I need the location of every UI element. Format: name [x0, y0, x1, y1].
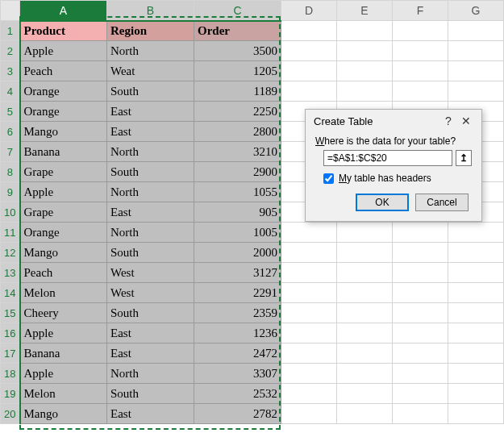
cancel-button[interactable]: Cancel	[415, 194, 469, 211]
data-cell[interactable]: 3210	[194, 142, 281, 162]
data-cell[interactable]: North	[107, 364, 194, 384]
data-cell[interactable]: 1005	[194, 223, 281, 243]
empty-cell[interactable]	[337, 243, 393, 263]
empty-cell[interactable]	[448, 21, 504, 41]
data-cell[interactable]: Orange	[20, 81, 107, 102]
empty-cell[interactable]	[337, 21, 393, 41]
col-header-C[interactable]: C	[194, 1, 281, 21]
empty-cell[interactable]	[281, 263, 337, 283]
row-header[interactable]: 10	[1, 202, 20, 223]
empty-cell[interactable]	[393, 323, 448, 343]
data-cell[interactable]: 2900	[194, 162, 281, 182]
data-cell[interactable]: South	[107, 81, 194, 102]
data-cell[interactable]: West	[107, 283, 194, 303]
data-cell[interactable]: 1205	[194, 61, 281, 81]
empty-cell[interactable]	[337, 283, 393, 303]
data-cell[interactable]: North	[107, 223, 194, 243]
header-cell[interactable]: Order	[194, 21, 281, 41]
data-cell[interactable]: Apple	[20, 323, 107, 343]
data-cell[interactable]: Grape	[20, 162, 107, 182]
empty-cell[interactable]	[448, 223, 504, 243]
empty-cell[interactable]	[337, 364, 393, 384]
empty-cell[interactable]	[281, 283, 337, 303]
data-cell[interactable]: East	[107, 122, 194, 142]
data-cell[interactable]: Peach	[20, 263, 107, 283]
data-cell[interactable]: North	[107, 142, 194, 162]
row-header[interactable]: 6	[1, 122, 20, 142]
empty-cell[interactable]	[393, 81, 448, 102]
row-header[interactable]: 16	[1, 323, 20, 343]
row-header[interactable]: 4	[1, 81, 20, 102]
row-header[interactable]: 20	[1, 404, 20, 424]
empty-cell[interactable]	[393, 343, 448, 364]
headers-checkbox-row[interactable]: My table has headers	[323, 173, 472, 184]
select-all-corner[interactable]	[1, 1, 20, 21]
data-cell[interactable]: Banana	[20, 343, 107, 364]
empty-cell[interactable]	[281, 303, 337, 323]
data-cell[interactable]: 905	[194, 202, 281, 223]
empty-cell[interactable]	[281, 404, 337, 424]
row-header[interactable]: 15	[1, 303, 20, 323]
empty-cell[interactable]	[337, 404, 393, 424]
empty-cell[interactable]	[281, 81, 337, 102]
headers-checkbox[interactable]	[323, 173, 334, 184]
row-header[interactable]: 7	[1, 142, 20, 162]
dialog-titlebar[interactable]: Create Table ? ✕	[306, 110, 481, 131]
empty-cell[interactable]	[281, 364, 337, 384]
empty-cell[interactable]	[281, 41, 337, 61]
empty-cell[interactable]	[337, 384, 393, 404]
data-cell[interactable]: North	[107, 182, 194, 202]
col-header-G[interactable]: G	[448, 1, 504, 21]
data-cell[interactable]: South	[107, 384, 194, 404]
row-header[interactable]: 13	[1, 263, 20, 283]
data-cell[interactable]: East	[107, 102, 194, 122]
empty-cell[interactable]	[337, 223, 393, 243]
data-cell[interactable]: 2532	[194, 384, 281, 404]
data-cell[interactable]: 3500	[194, 41, 281, 61]
empty-cell[interactable]	[448, 41, 504, 61]
data-cell[interactable]: South	[107, 243, 194, 263]
empty-cell[interactable]	[393, 243, 448, 263]
row-header[interactable]: 18	[1, 364, 20, 384]
data-cell[interactable]: 3307	[194, 364, 281, 384]
row-header[interactable]: 14	[1, 283, 20, 303]
data-cell[interactable]: Weat	[107, 61, 194, 81]
empty-cell[interactable]	[393, 61, 448, 81]
empty-cell[interactable]	[281, 384, 337, 404]
empty-cell[interactable]	[393, 21, 448, 41]
data-cell[interactable]: 2359	[194, 303, 281, 323]
help-icon[interactable]: ?	[439, 114, 457, 127]
empty-cell[interactable]	[448, 364, 504, 384]
empty-cell[interactable]	[337, 81, 393, 102]
data-cell[interactable]: 1189	[194, 81, 281, 102]
empty-cell[interactable]	[337, 263, 393, 283]
empty-cell[interactable]	[448, 263, 504, 283]
data-cell[interactable]: Mango	[20, 404, 107, 424]
data-cell[interactable]: Apple	[20, 364, 107, 384]
empty-cell[interactable]	[448, 323, 504, 343]
data-cell[interactable]: 2291	[194, 283, 281, 303]
empty-cell[interactable]	[337, 61, 393, 81]
empty-cell[interactable]	[393, 364, 448, 384]
empty-cell[interactable]	[281, 61, 337, 81]
data-cell[interactable]: 1055	[194, 182, 281, 202]
empty-cell[interactable]	[393, 263, 448, 283]
empty-cell[interactable]	[281, 243, 337, 263]
range-input[interactable]	[323, 150, 452, 166]
row-header[interactable]: 1	[1, 21, 20, 41]
data-cell[interactable]: Melon	[20, 283, 107, 303]
col-header-B[interactable]: B	[107, 1, 194, 21]
data-cell[interactable]: Peach	[20, 61, 107, 81]
empty-cell[interactable]	[393, 223, 448, 243]
empty-cell[interactable]	[337, 343, 393, 364]
row-header[interactable]: 11	[1, 223, 20, 243]
data-cell[interactable]: 2250	[194, 102, 281, 122]
data-cell[interactable]: 2800	[194, 122, 281, 142]
data-cell[interactable]: Grape	[20, 202, 107, 223]
data-cell[interactable]: Apple	[20, 182, 107, 202]
empty-cell[interactable]	[281, 223, 337, 243]
header-cell[interactable]: Region	[107, 21, 194, 41]
row-header[interactable]: 8	[1, 162, 20, 182]
empty-cell[interactable]	[448, 303, 504, 323]
empty-cell[interactable]	[448, 61, 504, 81]
